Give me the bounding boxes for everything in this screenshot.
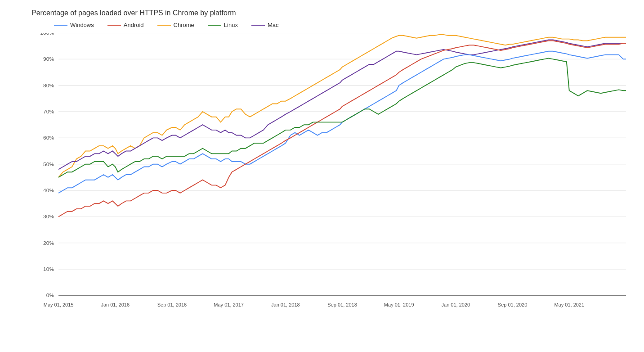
legend-label-chrome: Chrome <box>174 22 194 28</box>
y-label-70: 70% <box>43 108 54 115</box>
x-label-4: Jan 01, 2018 <box>271 302 300 307</box>
legend-line-windows <box>54 25 67 26</box>
y-label-90: 90% <box>43 56 54 62</box>
x-label-0: May 01, 2015 <box>44 302 74 307</box>
legend-label-linux: Linux <box>224 22 238 28</box>
legend-chrome: Chrome <box>157 22 194 28</box>
chart-legend: Windows Android Chrome Linux Mac <box>54 22 635 28</box>
legend-line-mac <box>251 25 265 26</box>
y-label-30: 30% <box>43 213 54 220</box>
y-label-0: 0% <box>46 292 54 298</box>
chart-title: Percentage of pages loaded over HTTPS in… <box>31 9 635 17</box>
y-label-60: 60% <box>43 135 54 141</box>
legend-line-android <box>107 25 121 26</box>
x-label-7: Jan 01, 2020 <box>442 302 470 307</box>
legend-label-windows: Windows <box>70 22 94 28</box>
x-label-8: Sep 01, 2020 <box>498 302 527 307</box>
legend-label-mac: Mac <box>268 22 279 28</box>
legend-android: Android <box>107 22 144 28</box>
main-chart: 100% 90% 80% 70% 60% 50% 40% 30% 20% 10%… <box>31 33 635 317</box>
x-label-2: Sep 01, 2016 <box>157 302 187 307</box>
x-label-1: Jan 01, 2016 <box>101 302 130 307</box>
linux-line <box>58 58 626 177</box>
y-label-80: 80% <box>43 82 54 89</box>
x-label-6: May 01, 2019 <box>384 302 414 307</box>
legend-linux: Linux <box>208 22 238 28</box>
legend-windows: Windows <box>54 22 94 28</box>
y-label-10: 10% <box>43 266 54 272</box>
y-label-50: 50% <box>43 161 54 167</box>
legend-line-chrome <box>157 25 171 26</box>
legend-line-linux <box>208 25 221 26</box>
y-label-100: 100% <box>40 33 54 36</box>
legend-mac: Mac <box>251 22 279 28</box>
legend-label-android: Android <box>124 22 144 28</box>
x-label-9: May 01, 2021 <box>554 302 584 307</box>
y-label-20: 20% <box>43 240 54 246</box>
x-label-5: Sep 01, 2018 <box>327 302 357 307</box>
chart-container: Percentage of pages loaded over HTTPS in… <box>0 0 644 352</box>
y-label-40: 40% <box>43 187 54 194</box>
x-label-3: May 01, 2017 <box>214 302 244 307</box>
